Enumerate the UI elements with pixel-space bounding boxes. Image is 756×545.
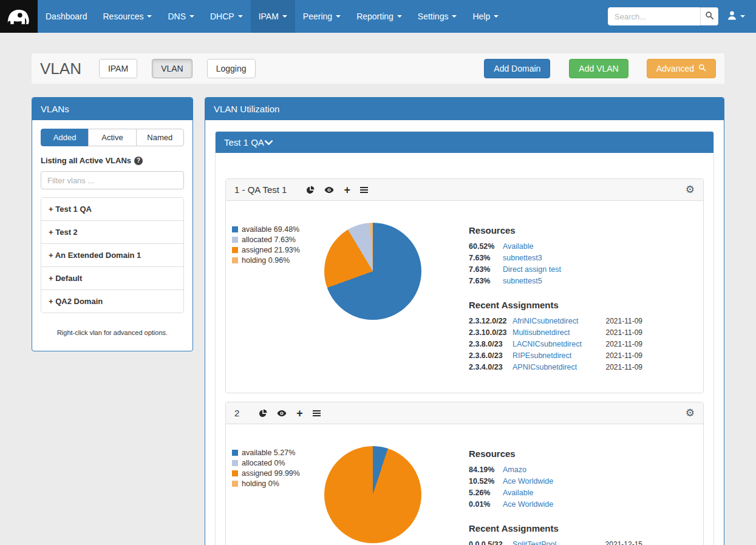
user-menu[interactable] xyxy=(718,0,756,33)
resource-link[interactable]: Available xyxy=(503,489,534,497)
assignment-cidr: 0.0.0.5/32 xyxy=(469,540,513,545)
nav-item-ipam[interactable]: IPAM xyxy=(251,0,295,33)
assignment-cidr: 2.3.6.0/23 xyxy=(469,351,513,360)
assignment-cidr: 2.3.12.0/22 xyxy=(469,317,513,325)
eye-icon[interactable] xyxy=(324,186,334,194)
resource-row: 7.63%Direct assign test xyxy=(469,265,642,274)
vlans-panel-heading: VLANs xyxy=(32,98,192,120)
card-header: 2 + ⚙ xyxy=(226,402,703,424)
legend-item: available 5.27% xyxy=(232,449,318,457)
nav-item-dns[interactable]: DNS xyxy=(160,0,202,33)
assignment-date: 2021-11-09 xyxy=(599,363,643,371)
resource-row: 0.01%Ace Worldwide xyxy=(469,500,642,509)
resource-link[interactable]: Ace Worldwide xyxy=(503,500,553,509)
provision-logo[interactable] xyxy=(0,0,38,33)
pie-chart-icon[interactable] xyxy=(259,409,267,418)
nav-item-help[interactable]: Help xyxy=(465,0,506,33)
resource-link[interactable]: Ace Worldwide xyxy=(503,477,553,486)
resources-column: Resources 60.52%Available 7.63%subnettes… xyxy=(469,225,642,374)
advanced-button[interactable]: Advanced xyxy=(647,59,716,78)
vlan-list-item-test-2[interactable]: + Test 2 xyxy=(41,221,183,244)
nav-item-settings[interactable]: Settings xyxy=(410,0,465,33)
vlan-utilization-panel: VLAN Utilization Test 1 QA 1 - QA Test 1 xyxy=(205,97,724,545)
assignment-date: 2021-12-15 xyxy=(598,540,642,545)
chevron-down-icon xyxy=(264,137,273,147)
tab-vlan[interactable]: VLAN xyxy=(152,59,192,78)
vlan-section-header[interactable]: Test 1 QA xyxy=(216,132,713,153)
assignments-heading: Recent Assignments xyxy=(469,523,642,533)
listing-label: Listing all Active VLANs ? xyxy=(41,156,184,165)
nav-label: Help xyxy=(472,12,490,21)
tab-ipam[interactable]: IPAM xyxy=(99,59,137,78)
tab-active[interactable]: Active xyxy=(88,129,136,146)
search-input[interactable] xyxy=(608,7,700,25)
tab-logging[interactable]: Logging xyxy=(207,59,256,78)
vlans-panel: VLANs Added Active Named Listing all Act… xyxy=(32,97,193,351)
assignment-date: 2021-11-09 xyxy=(599,340,643,348)
assignment-link[interactable]: SplitTestPool xyxy=(513,540,556,545)
advanced-label: Advanced xyxy=(656,64,694,73)
hamburger-lines xyxy=(313,410,321,411)
assignment-cidr: 2.3.4.0/23 xyxy=(469,363,513,371)
plus-icon[interactable]: + xyxy=(296,410,303,417)
gear-icon[interactable]: ⚙ xyxy=(686,184,695,195)
legend-item: holding 0% xyxy=(232,479,318,488)
vlan-list-item-default[interactable]: + Default xyxy=(41,267,183,290)
assignment-link[interactable]: APNICsubnetdirect xyxy=(513,363,577,371)
menu-icon[interactable] xyxy=(360,187,368,193)
nav-item-reporting[interactable]: Reporting xyxy=(349,0,410,33)
plus-icon[interactable]: + xyxy=(344,186,350,194)
nav-item-resources[interactable]: Resources xyxy=(95,0,160,33)
main-menu: Dashboard Resources DNS DHCP IPAM Peerin… xyxy=(38,0,506,33)
legend-item: holding 0.96% xyxy=(232,256,318,265)
vlan-filter-tabs: Added Active Named xyxy=(41,129,184,146)
eye-icon[interactable] xyxy=(277,410,287,417)
resource-link[interactable]: Amazo xyxy=(503,465,526,474)
nav-item-peering[interactable]: Peering xyxy=(295,0,349,33)
add-domain-button[interactable]: Add Domain xyxy=(484,59,550,78)
vlan-list-item-test-1-qa[interactable]: + Test 1 QA xyxy=(41,198,183,221)
tab-named[interactable]: Named xyxy=(136,129,184,146)
resource-percent: 5.26% xyxy=(469,489,503,497)
assignment-link[interactable]: Multisubnetdirect xyxy=(513,328,570,337)
vlan-section-title: Test 1 QA xyxy=(224,137,264,147)
vlan-list-item-an-extended-domain-1[interactable]: + An Extended Domain 1 xyxy=(41,244,183,267)
chevron-down-icon xyxy=(238,15,243,18)
gear-icon[interactable]: ⚙ xyxy=(686,408,695,418)
nav-label: DHCP xyxy=(210,12,234,21)
card-header: 1 - QA Test 1 + ⚙ xyxy=(226,179,703,201)
global-search xyxy=(608,0,718,33)
chevron-down-icon xyxy=(452,15,457,18)
vlan-list-item-qa2-domain[interactable]: + QA2 Domain xyxy=(41,290,183,313)
resource-link[interactable]: subnettest3 xyxy=(503,254,542,262)
legend-label: available 5.27% xyxy=(242,449,295,457)
assignment-link[interactable]: AfriNICsubnetdirect xyxy=(513,317,578,325)
nav-label: Resources xyxy=(103,12,144,21)
legend-swatch xyxy=(232,450,238,456)
legend-item: allocated 0% xyxy=(232,459,318,467)
nav-label: Reporting xyxy=(356,12,393,21)
resource-row: 10.52%Ace Worldwide xyxy=(469,477,642,486)
resource-link[interactable]: subnettest5 xyxy=(503,277,542,285)
assignment-link[interactable]: RIPEsubnetdirect xyxy=(513,351,571,360)
utilization-pie-chart xyxy=(324,446,421,543)
search-button[interactable] xyxy=(700,7,718,25)
assignment-link[interactable]: LACNICsubnetdirect xyxy=(513,340,582,348)
add-vlan-button[interactable]: Add VLAN xyxy=(569,59,628,78)
menu-icon[interactable] xyxy=(313,410,321,416)
card-title: 1 - QA Test 1 xyxy=(234,184,287,195)
tab-added[interactable]: Added xyxy=(41,129,89,146)
resource-link[interactable]: Direct assign test xyxy=(503,265,561,274)
assignment-row: 2.3.8.0/23LACNICsubnetdirect2021-11-09 xyxy=(469,340,642,348)
pie-chart-icon[interactable] xyxy=(306,186,315,194)
resource-link[interactable]: Available xyxy=(503,242,534,251)
vlan-filter-input[interactable] xyxy=(41,171,184,189)
nav-item-dashboard[interactable]: Dashboard xyxy=(38,0,95,33)
card-body: available 69.48% allocated 7.63% assigne… xyxy=(226,201,703,393)
card-body: available 5.27% allocated 0% assigned 99… xyxy=(226,424,703,545)
legend-label: holding 0.96% xyxy=(242,256,290,265)
page-title: VLAN xyxy=(40,59,81,78)
nav-item-dhcp[interactable]: DHCP xyxy=(202,0,251,33)
listing-label-text: Listing all Active VLANs xyxy=(41,156,131,165)
help-icon[interactable]: ? xyxy=(134,157,143,165)
